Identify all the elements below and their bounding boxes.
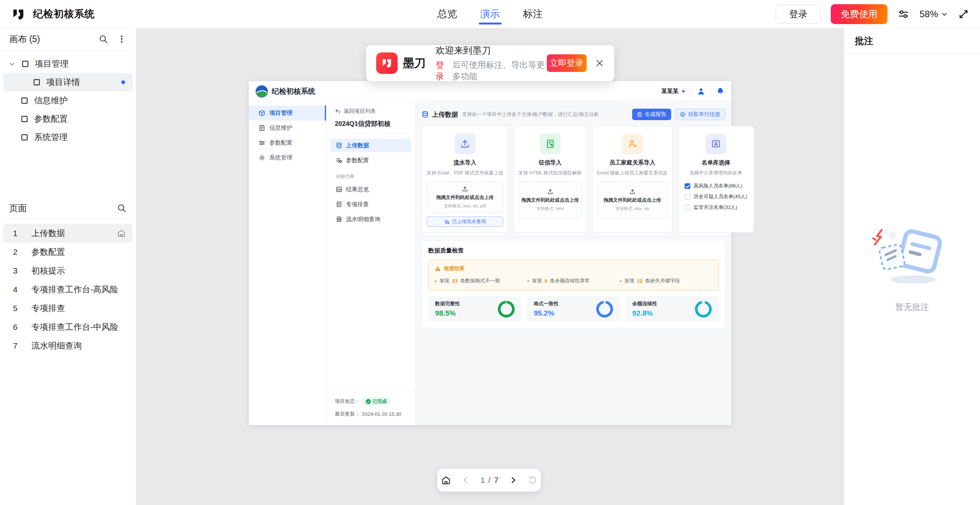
tab-annotate[interactable]: 标注 — [522, 0, 544, 28]
replay-icon[interactable] — [528, 476, 537, 485]
generate-report-button[interactable]: 生成报告 — [632, 109, 671, 120]
zoom-control[interactable]: 58% — [920, 9, 948, 20]
annotation-panel: 批注 暂无批注 — [844, 28, 980, 505]
canvas-panel-header: 画布 (5) — [0, 28, 136, 50]
project-menu-overview[interactable]: 结果总览 — [330, 183, 411, 196]
user-icon[interactable] — [697, 87, 705, 96]
canvas-title: 画布 (5) — [9, 33, 40, 45]
finding-item: • 发现 5 条余额连续性异常 — [527, 277, 620, 284]
tree-item-info-maintain[interactable]: 信息维护 — [3, 91, 133, 110]
fullscreen-icon[interactable] — [958, 8, 969, 20]
design-nav-param-config[interactable]: 参数配置 — [249, 135, 326, 150]
annotation-title: 批注 — [844, 28, 980, 54]
project-panel: 返回项目列表 2024Q1信贷部初核 上传数据 参数配置 初核结果 — [326, 102, 416, 425]
login-button[interactable]: 登录 — [776, 5, 821, 24]
dropzone-credit[interactable]: 拖拽文件到此处或点击上传 支持格式: html — [519, 181, 582, 218]
option-regulator-watch[interactable]: 监管关注名单(32人) — [685, 204, 747, 211]
banner-text: 欢迎来到墨刀 登录 后可使用标注、导出等更多功能 — [436, 44, 547, 82]
list-options: 高风险人员名单(68人) 历史可疑人员名单(45人) 监管关注名单(32人) — [683, 182, 749, 211]
user-menu[interactable]: 某某某 — [661, 88, 686, 95]
quality-metrics: 数据完整性 98.5% 格式一致性 95.2% — [428, 296, 719, 322]
uploaded-flow-query-button[interactable]: 已上传流水查询 — [427, 217, 503, 227]
option-high-risk[interactable]: 高风险人员名单(68人) — [685, 182, 747, 189]
tree-item-project-mgmt[interactable]: 项目管理 — [3, 55, 133, 73]
page-item-5[interactable]: 5 专项排查 — [3, 299, 133, 318]
chevron-down-icon — [941, 11, 948, 18]
dropzone-flow[interactable]: 拖拽文件到此处或点击上传 支持格式: xlsx, xls, pdf — [427, 181, 503, 213]
tree-item-param-config[interactable]: 参数配置 — [3, 110, 133, 128]
updated-value: 2024-01-20 15:30 — [362, 411, 401, 417]
tree-item-project-detail[interactable]: 项目详情 — [3, 73, 133, 91]
sliders-icon — [259, 140, 265, 146]
chevron-down-icon[interactable] — [8, 60, 16, 68]
report-icon — [336, 201, 342, 207]
design-nav-info-maintain[interactable]: 信息维护 — [249, 121, 326, 135]
search-icon[interactable] — [117, 203, 127, 213]
banner-message: 后可使用标注、导出等更多功能 — [452, 59, 547, 82]
page-item-4[interactable]: 4 专项排查工作台-高风险 — [3, 280, 133, 299]
project-menu-special[interactable]: 专项排查 — [330, 198, 411, 211]
project-menu-flow[interactable]: 流水明细查询 — [330, 213, 411, 226]
page-item-1[interactable]: 1 上传数据 — [3, 224, 133, 243]
card-list-select: 名单库选择 选择中介库管理内的名单 高风险人员名单(68人) 历史可疑人员名单(… — [678, 126, 754, 233]
welcome-banner: 墨刀 欢迎来到墨刀 登录 后可使用标注、导出等更多功能 立即登录 — [366, 45, 614, 81]
login-now-button[interactable]: 立即登录 — [547, 54, 587, 72]
tree-item-system-mgmt[interactable]: 系统管理 — [3, 128, 133, 147]
next-page-icon[interactable] — [509, 476, 517, 484]
page-item-3[interactable]: 3 初核提示 — [3, 261, 133, 280]
person-import-icon — [622, 134, 643, 154]
page-item-7[interactable]: 7 流水明细查询 — [3, 336, 133, 355]
prev-page-icon[interactable] — [461, 476, 470, 484]
search-icon[interactable] — [98, 34, 108, 44]
data-quality-section: 数据质量检查 检查结果 • 发现 23 — [422, 240, 725, 328]
banner-title: 欢迎来到墨刀 — [436, 44, 547, 57]
design-nav-system-mgmt[interactable]: 系统管理 — [249, 150, 326, 165]
donut-chart — [498, 301, 515, 318]
dropzone-family[interactable]: 拖拽文件到此处或点击上传 支持格式: xlsx, xls — [597, 181, 668, 218]
quality-title: 数据质量检查 — [428, 247, 719, 255]
checkbox-icon[interactable] — [685, 183, 690, 189]
topbar: 纪检初核系统 总览 演示 标注 登录 免费使用 58% — [0, 0, 980, 28]
view-tabs: 总览 演示 标注 — [437, 0, 544, 28]
project-name: 2024Q1信贷部初核 — [326, 115, 415, 134]
frame-icon — [33, 78, 41, 86]
pages-panel-header: 页面 — [0, 197, 136, 219]
tab-overview[interactable]: 总览 — [437, 0, 458, 28]
warning-icon — [435, 266, 441, 272]
close-icon[interactable] — [595, 59, 604, 68]
page-item-6[interactable]: 6 专项排查工作台-中风险 — [3, 318, 133, 336]
bell-icon[interactable] — [716, 87, 724, 95]
app-title: 纪检初核系统 — [33, 7, 95, 21]
checkbox-icon[interactable] — [685, 194, 690, 200]
id-card-icon — [706, 134, 726, 154]
tab-present[interactable]: 演示 — [479, 0, 501, 28]
pages-title: 页面 — [9, 202, 27, 214]
banner-login-link[interactable]: 登录 — [436, 59, 449, 82]
back-to-projects[interactable]: 返回项目列表 — [326, 108, 415, 115]
preferences-icon[interactable] — [897, 8, 910, 20]
active-canvas-dot — [121, 80, 125, 84]
content-subtitle: 支持在一个项目中上传多个主体/账户数据，进行汇总/独立分析 — [462, 111, 599, 118]
frame-icon — [21, 115, 28, 123]
option-history-suspect[interactable]: 历史可疑人员名单(45人) — [685, 193, 747, 200]
project-menu-params[interactable]: 参数配置 — [330, 154, 411, 167]
project-menu-upload[interactable]: 上传数据 — [330, 139, 411, 152]
page-navigator: 1 / 7 — [437, 469, 541, 492]
updated-label: 最后更新： — [335, 411, 360, 417]
checkbox-icon[interactable] — [685, 205, 690, 210]
doc-search-icon — [336, 216, 342, 222]
more-menu-icon[interactable] — [117, 34, 127, 44]
free-use-button[interactable]: 免费使用 — [831, 4, 887, 24]
page-item-2[interactable]: 2 参数配置 — [3, 243, 133, 261]
design-frame: 纪检初核系统 某某某 — [249, 81, 731, 425]
finding-item: • 发现 23 条数据格式不一致 — [435, 277, 527, 284]
fetch-bank-info-button[interactable]: 拉取本行信息 — [675, 109, 725, 120]
frame-icon — [21, 97, 28, 104]
document-icon — [259, 125, 265, 131]
download-icon — [680, 112, 685, 117]
design-nav-project-mgmt[interactable]: 项目管理 — [249, 106, 326, 121]
home-button[interactable] — [441, 475, 451, 485]
finding-item: • 发现 12 条缺失关键字段 — [620, 277, 712, 284]
caret-down-icon — [681, 89, 686, 94]
bank-logo-icon — [256, 85, 268, 98]
